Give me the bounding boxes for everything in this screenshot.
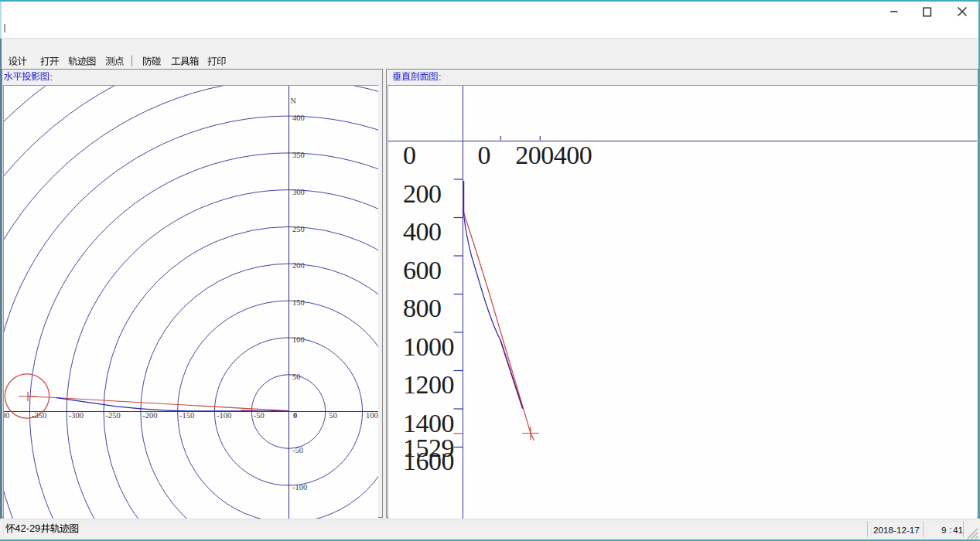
svg-text:0: 0 xyxy=(403,141,416,169)
svg-text:100: 100 xyxy=(366,411,378,420)
svg-text:1000: 1000 xyxy=(403,332,454,361)
svg-text:400: 400 xyxy=(403,217,442,246)
svg-text:800: 800 xyxy=(403,294,442,322)
svg-text::: : xyxy=(439,72,441,83)
svg-text:1529: 1529 xyxy=(403,434,454,462)
svg-text:0: 0 xyxy=(478,141,491,169)
svg-text:50: 50 xyxy=(329,411,337,420)
svg-text:200: 200 xyxy=(403,179,442,208)
svg-text:600: 600 xyxy=(403,256,442,284)
svg-text:1200: 1200 xyxy=(403,370,454,399)
svg-text:200400: 200400 xyxy=(515,141,592,169)
svg-text:42-29: 42-29 xyxy=(15,522,40,534)
